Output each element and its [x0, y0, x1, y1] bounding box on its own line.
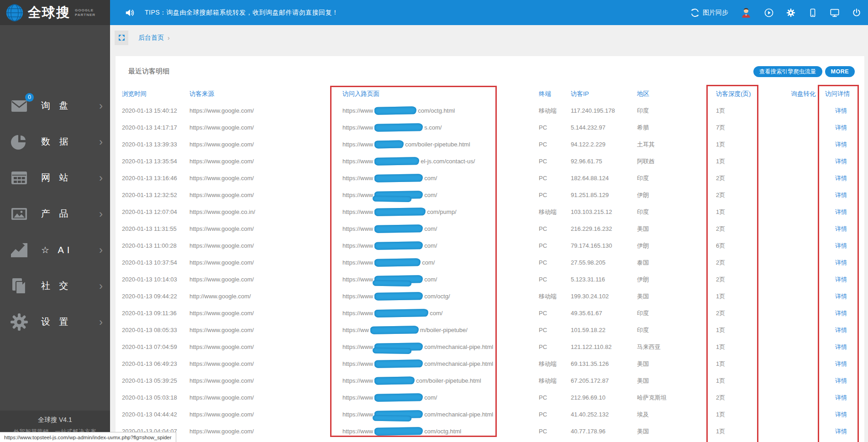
cell-region: 泰国: [637, 259, 716, 267]
cell-visitor-ip: 79.174.165.130: [571, 242, 637, 249]
breadcrumb-home[interactable]: 后台首页: [138, 34, 164, 42]
cell-terminal: PC: [539, 192, 571, 198]
documents-icon: [10, 277, 28, 295]
table-row: 2020-01-13 05:39:25 https://www.google.c…: [122, 372, 864, 389]
cell-entry-page: https://www s.com/: [342, 124, 539, 131]
sidebar-item-social[interactable]: 社 交 ›: [0, 268, 110, 304]
cell-terminal: PC: [539, 124, 571, 131]
entry-url-prefix: https://www: [342, 242, 373, 249]
entry-url-prefix: https://www: [342, 276, 373, 283]
chevron-right-icon: ›: [99, 281, 103, 291]
cell-region: 希腊: [637, 124, 716, 132]
cell-visitor-source: https://www.google.co.in/: [189, 208, 342, 215]
detail-link[interactable]: 详情: [825, 107, 857, 115]
detail-link[interactable]: 详情: [825, 174, 857, 182]
settings-button[interactable]: [786, 8, 796, 18]
cell-region: 伊朗: [637, 191, 716, 199]
entry-url-suffix: s.com/: [424, 124, 442, 131]
cell-visit-depth: 1页: [716, 427, 782, 436]
detail-link[interactable]: 详情: [825, 140, 857, 149]
detail-link[interactable]: 详情: [825, 394, 857, 402]
sidebar-item-inquiry[interactable]: 0 询 盘 ›: [0, 88, 110, 124]
cell-visitor-source: https://www.google.com/: [189, 343, 342, 350]
detail-link[interactable]: 详情: [825, 242, 857, 250]
sidebar-item-data[interactable]: 数 据 ›: [0, 124, 110, 160]
sidebar-item-website[interactable]: 网 站 ›: [0, 160, 110, 196]
cell-visitor-ip: 182.64.88.124: [571, 175, 637, 182]
app-version: 全球搜 V4.1: [0, 416, 110, 424]
cell-visitor-ip: 40.77.178.96: [571, 428, 637, 435]
censor-scribble: [374, 410, 423, 419]
cell-region: 印度: [637, 326, 716, 334]
detail-link[interactable]: 详情: [825, 124, 857, 132]
sidebar: 0 询 盘 › 数 据 ›: [0, 25, 110, 442]
detail-link[interactable]: 详情: [825, 292, 857, 301]
cell-visit-depth: 1页: [716, 411, 782, 419]
cell-entry-page: https://www com/: [342, 174, 539, 182]
cell-entry-page: https://www com/mechanical-pipe.html: [342, 411, 539, 418]
entry-url-prefix: https://www: [342, 124, 373, 131]
entry-url-suffix: com/: [424, 242, 437, 249]
inquiry-count-badge: 0: [25, 93, 34, 102]
sidebar-item-settings[interactable]: 设 置 ›: [0, 304, 110, 340]
user-avatar[interactable]: [740, 7, 752, 19]
cell-terminal: 移动端: [539, 208, 571, 216]
detail-link[interactable]: 详情: [825, 343, 857, 351]
cell-terminal: 移动端: [539, 107, 571, 115]
entry-url-prefix: https://www: [342, 259, 373, 266]
cell-visitor-source: https://www.google.com/: [189, 141, 342, 148]
cell-terminal: PC: [539, 343, 571, 350]
cell-visit-depth: 2页: [716, 309, 782, 317]
censor-scribble: [374, 359, 423, 368]
cell-terminal: PC: [539, 242, 571, 249]
cell-visitor-source: https://www.google.com/: [189, 242, 342, 249]
detail-link[interactable]: 详情: [825, 225, 857, 233]
cell-entry-page: https://www com/octg/: [342, 292, 539, 300]
entry-url-suffix: el-js.com/contact-us/: [421, 158, 475, 165]
user-account-censored[interactable]: [0, 25, 110, 78]
cell-entry-page: https://www com/mechanical-pipe.html: [342, 343, 539, 351]
cell-entry-page: https://www el-js.com/contact-us/: [342, 157, 539, 165]
cell-visit-depth: 1页: [716, 157, 782, 166]
detail-link[interactable]: 详情: [825, 157, 857, 166]
table-row: 2020-01-13 10:14:03 https://www.google.c…: [122, 271, 864, 288]
entry-url-prefix: https://www: [342, 208, 373, 215]
desktop-preview-button[interactable]: [830, 8, 840, 18]
cell-visit-depth: 2页: [716, 394, 782, 402]
detail-link[interactable]: 详情: [825, 191, 857, 199]
entry-url-suffix: com/pump/: [427, 208, 456, 215]
detail-link[interactable]: 详情: [825, 377, 857, 385]
cell-terminal: PC: [539, 158, 571, 165]
app-logo[interactable]: 全球搜 GOOGLEPARTNER: [0, 0, 110, 25]
visitors-table: 浏览时间访客来源访问入路页面终端访客IP地区访客深度(页)询盘转化访问详情 20…: [116, 85, 864, 440]
detail-link[interactable]: 详情: [825, 427, 857, 436]
trend-chart-icon: [10, 241, 28, 259]
cell-visit-depth: 2页: [716, 225, 782, 233]
image-sync-button[interactable]: 图片同步: [690, 8, 728, 18]
logout-button[interactable]: [852, 8, 862, 18]
more-button[interactable]: MORE: [825, 66, 855, 77]
cell-region: 伊朗: [637, 276, 716, 284]
fullscreen-toggle-button[interactable]: [115, 31, 128, 45]
detail-link[interactable]: 详情: [825, 309, 857, 317]
detail-link[interactable]: 详情: [825, 276, 857, 284]
detail-link[interactable]: 详情: [825, 411, 857, 419]
censor-scribble: [374, 191, 423, 199]
detail-link[interactable]: 详情: [825, 360, 857, 368]
detail-link[interactable]: 详情: [825, 259, 857, 267]
mobile-preview-button[interactable]: [808, 8, 818, 18]
cell-terminal: PC: [539, 259, 571, 266]
detail-link[interactable]: 详情: [825, 326, 857, 334]
entry-url-suffix: com/octg.html: [418, 107, 455, 114]
view-spider-traffic-button[interactable]: 查看搜索引擎爬虫流量: [753, 66, 822, 77]
sidebar-item-products[interactable]: 产 品 ›: [0, 196, 110, 232]
table-row: 2020-01-13 12:32:52 https://www.google.c…: [122, 187, 864, 203]
cell-region: 美国: [637, 292, 716, 301]
detail-link[interactable]: 详情: [825, 208, 857, 216]
play-button[interactable]: [764, 8, 774, 18]
cell-visit-time: 2020-01-13 11:31:55: [122, 225, 189, 232]
entry-url-prefix: https://www: [342, 107, 373, 114]
cell-terminal: PC: [539, 276, 571, 283]
cell-region: 印度: [637, 174, 716, 182]
sidebar-item-ai[interactable]: ☆ AI ›: [0, 232, 110, 268]
